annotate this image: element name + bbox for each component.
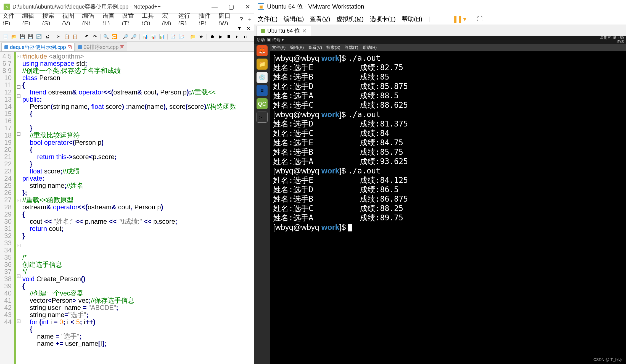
npp-toolbar: 📄📂💾💾🔄🖨✂📋📋↶↷🔍🔁🔎🔎📊📊📊📑📑📁👁⏺▶⏹⏵⏯ — [0, 32, 254, 42]
toolbar-icon[interactable]: 📂 — [11, 33, 17, 40]
toolbar-icon[interactable]: ⏵ — [234, 33, 241, 40]
toolbar-icon[interactable]: 📊 — [150, 33, 157, 40]
toolbar-icon[interactable]: 📊 — [159, 33, 165, 40]
file-icon — [4, 45, 8, 49]
terminal-menu-item[interactable]: 搜索(S) — [326, 45, 340, 50]
toolbar-icon[interactable]: 🔄 — [36, 33, 42, 40]
toolbar-icon[interactable]: 💾 — [27, 33, 34, 40]
terminal-menu-item[interactable]: 终端(T) — [345, 45, 358, 50]
code-content[interactable]: #include <algorithm> using namespace std… — [21, 52, 254, 364]
line-gutter: 4 5 6 7 8 9 10 11 12 13 14 15 16 17 18 1… — [0, 52, 14, 364]
file-icon — [78, 45, 82, 49]
tab-close-icon[interactable]: ✕ — [120, 45, 124, 49]
vscode-icon[interactable]: ≡ — [257, 85, 268, 96]
panel-item[interactable]: 活动 — [257, 37, 265, 43]
toolbar-icon[interactable]: 📁 — [189, 33, 196, 40]
toolbar-icon[interactable]: ⏺ — [209, 33, 216, 40]
toolbar-icon[interactable]: 📋 — [64, 33, 70, 40]
vm-menu-item[interactable]: 查看(V) — [310, 15, 330, 23]
toolbar-icon[interactable]: 🔁 — [111, 33, 118, 40]
toolbar-icon[interactable]: 📄 — [2, 33, 9, 40]
menu-item[interactable]: 插件(P) — [199, 12, 213, 27]
toolbar-icon[interactable]: 💾 — [19, 33, 26, 40]
toolbar-icon[interactable]: 📋 — [72, 33, 78, 40]
vm-menu-item[interactable]: 文件(F) — [258, 15, 278, 23]
toolbar-icon[interactable]: 📑 — [170, 33, 176, 40]
minimize-button[interactable]: — — [212, 4, 217, 10]
fold-gutter: -------- — [16, 52, 21, 364]
menu-item[interactable]: 运行(R) — [178, 12, 193, 27]
menu-item[interactable]: 文件(F) — [2, 12, 17, 27]
panel-clock: 终端 — [617, 40, 624, 44]
toolbar-icon[interactable]: 👁 — [198, 33, 204, 40]
terminal-menu-item[interactable]: 查看(V) — [308, 45, 322, 50]
toolbar-icon[interactable]: ↷ — [91, 33, 98, 40]
vm-title: Ubuntu 64 位 - VMware Workstation — [267, 2, 364, 11]
toolbar-icon[interactable]: ▶ — [217, 33, 224, 40]
panel-clock: 星期五 15：59 — [600, 36, 624, 40]
ubuntu-dock: 🦊 📁 💿 ≡ QC ＞_ — [254, 44, 270, 364]
editor-tab[interactable]: deque容器使用示例.cpp✕ — [1, 43, 75, 51]
menu-item[interactable]: 语言(L) — [102, 12, 117, 27]
vm-menu-item[interactable]: 编辑(E) — [284, 15, 304, 23]
close-button[interactable]: ✕ — [245, 4, 250, 10]
toolbar-icon[interactable]: ⏹ — [226, 33, 232, 40]
vm-menu-item[interactable]: 帮助(H) — [402, 15, 422, 23]
terminal-menu-item[interactable]: 编辑(E) — [290, 45, 304, 50]
code-editor[interactable]: 4 5 6 7 8 9 10 11 12 13 14 15 16 17 18 1… — [0, 52, 254, 364]
vm-titlebar[interactable]: ▣ Ubuntu 64 位 - VMware Workstation — [254, 0, 626, 13]
npp-menubar: 文件(F)编辑(E)搜索(S)视图(V)编码(N)语言(L)设置(T)工具(O)… — [0, 14, 254, 25]
toolbar-icon[interactable]: 🔍 — [103, 33, 109, 40]
tab-close-icon[interactable]: ✕ — [68, 45, 72, 49]
npp-title: D:\ubuntu\ubuntu\work\deque容器使用示例.cpp - … — [12, 3, 212, 10]
firefox-icon[interactable]: 🦊 — [257, 45, 268, 56]
pause-icon[interactable]: ❚❚ ▾ — [453, 15, 466, 23]
toolbar-icon[interactable]: ✂ — [55, 33, 62, 40]
tab-close-icon[interactable]: ✕ — [302, 28, 307, 34]
overflow-chevron-icon[interactable]: ▼ — [237, 25, 242, 31]
menu-item[interactable]: 视图(V) — [62, 12, 77, 27]
vm-tab-ubuntu[interactable]: Ubuntu 64 位 ✕ — [257, 26, 311, 36]
terminal-menu-item[interactable]: 帮助(H) — [363, 45, 377, 50]
menu-item[interactable]: 工具(O) — [142, 12, 157, 27]
terminal-icon[interactable]: ＞_ — [257, 112, 268, 123]
vm-guest-screen[interactable]: 活动▣ 终端 ▾ 星期五 15：59终端 文件(F)编辑(E)查看(V)搜索(S… — [254, 36, 626, 364]
menu-item[interactable]: 编辑(E) — [22, 12, 37, 27]
qt-icon[interactable]: QC — [257, 98, 268, 109]
files-icon[interactable]: 📁 — [257, 59, 268, 70]
toolbar-icon[interactable]: 🖨 — [44, 33, 51, 40]
toolbar-icon[interactable]: 📑 — [178, 33, 185, 40]
menu-item[interactable]: ? — [240, 16, 243, 23]
terminal-menubar: 文件(F)编辑(E)查看(V)搜索(S)终端(T)帮助(H) — [270, 44, 626, 51]
npp-app-icon: N — [4, 4, 10, 10]
notepadpp-window: N D:\ubuntu\ubuntu\work\deque容器使用示例.cpp … — [0, 0, 254, 364]
toolbar-icon[interactable]: 🔎 — [131, 33, 137, 40]
menu-item[interactable]: 设置(T) — [122, 12, 136, 27]
change-marker — [14, 52, 16, 364]
vm-menubar: 文件(F)编辑(E)查看(V)虚拟机(M)选项卡(T)帮助(H)|❚❚ ▾⛶ — [254, 13, 626, 25]
fullscreen-icon[interactable]: ⛶ — [477, 16, 483, 22]
panel-item[interactable]: ▣ 终端 ▾ — [267, 37, 284, 43]
menu-item[interactable]: 搜索(S) — [42, 12, 57, 27]
vmware-window: ▣ Ubuntu 64 位 - VMware Workstation 文件(F)… — [254, 0, 626, 364]
disk-icon[interactable]: 💿 — [257, 72, 268, 83]
terminal-menu-item[interactable]: 文件(F) — [272, 45, 286, 50]
menu-item[interactable]: 宏(M) — [162, 12, 173, 27]
toolbar-icon[interactable]: 🔎 — [122, 33, 129, 40]
vm-menu-item[interactable]: 虚拟机(M) — [336, 15, 364, 23]
vm-menu-item[interactable]: 选项卡(T) — [370, 15, 396, 23]
toolbar-icon[interactable]: 📊 — [142, 33, 149, 40]
terminal-output[interactable]: [wbyq@wbyq work]$ ./a.out 姓名:选手E 成绩:82.7… — [270, 51, 626, 364]
toolbar-icon[interactable]: ⏯ — [242, 33, 249, 40]
editor-tab[interactable]: 09排序sort.cpp✕ — [75, 43, 127, 51]
maximize-button[interactable]: ▢ — [228, 4, 234, 10]
toolbar-icon[interactable]: ↶ — [83, 33, 90, 40]
menu-item[interactable]: + — [248, 16, 252, 23]
menu-item[interactable]: 编码(N) — [82, 12, 97, 27]
toolbar-overflow: ▼ ✕ — [0, 25, 254, 32]
tab-label: 09排序sort.cpp — [84, 44, 119, 51]
vm-tab-icon — [261, 29, 265, 33]
overflow-close-icon[interactable]: ✕ — [246, 25, 250, 31]
vmware-app-icon: ▣ — [258, 3, 264, 10]
menu-item[interactable]: 窗口(W) — [218, 12, 235, 27]
